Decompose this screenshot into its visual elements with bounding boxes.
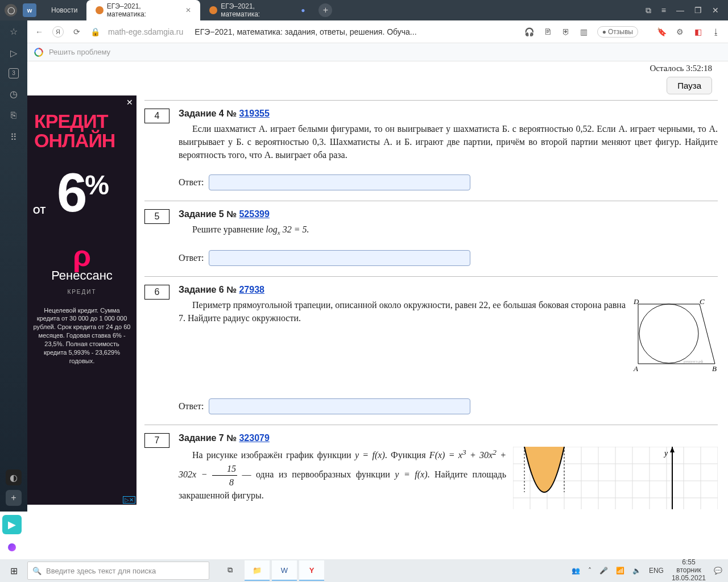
services-icon[interactable]: ⎘ <box>7 109 20 122</box>
task-text: Если шахматист А. играет белыми фигурами… <box>179 122 718 162</box>
profile-icon[interactable]: ◯ <box>5 4 17 16</box>
yandex-browser-icon[interactable]: Y <box>299 560 324 581</box>
task-text: Периметр прямоугольной трапеции, описанн… <box>179 298 627 325</box>
reviews-button[interactable]: ●Отзывы <box>597 26 638 38</box>
task-id-link[interactable]: 323079 <box>239 433 269 443</box>
answer-label: Ответ: <box>179 401 204 411</box>
notifications-icon[interactable]: 💬 <box>714 567 722 575</box>
mic-icon[interactable]: 🎤 <box>599 567 608 575</box>
start-button[interactable]: ⊞ <box>0 566 27 576</box>
close-icon[interactable]: ✕ <box>185 6 191 14</box>
close-icon[interactable]: ● <box>301 6 305 14</box>
vk-icon[interactable]: w <box>23 3 36 17</box>
lock-icon: 🔒 <box>90 27 100 36</box>
task-number: 6 <box>144 285 169 300</box>
ad-line2: ОНЛАЙН <box>34 130 115 151</box>
clock[interactable]: 6:55 вторник 18.05.2021 <box>672 559 706 582</box>
fig-label-B: B <box>712 364 717 372</box>
taskbar-search[interactable]: 🔍 Введите здесь текст для поиска <box>27 562 209 580</box>
task-heading: Задание 6 № 27938 <box>179 285 718 295</box>
people-icon[interactable]: 👥 <box>572 567 580 575</box>
close-window-icon[interactable]: ✕ <box>712 6 719 15</box>
separator <box>144 425 718 425</box>
url-text[interactable]: math-ege.sdamgia.ru <box>108 27 183 36</box>
answer-label: Ответ: <box>179 253 204 263</box>
floating-dock: ▶ <box>2 515 22 557</box>
history-icon[interactable]: ◷ <box>7 88 20 100</box>
ad-banner[interactable]: ✕ КРЕДИТОНЛАЙН ОТ6% ρРенессанс КРЕДИТ Не… <box>27 95 136 505</box>
windows-taskbar: ⊞ 🔍 Введите здесь текст для поиска ⧉ 📁 W… <box>0 559 728 582</box>
task-view-icon[interactable]: ⧉ <box>217 560 242 581</box>
search-placeholder[interactable]: Решить проблему <box>49 48 110 56</box>
collections-icon[interactable]: 3 <box>9 68 19 78</box>
task-text-pre: Решите уравнение <box>192 225 266 234</box>
ad-percent: 6 <box>57 162 85 223</box>
tab-label: ЕГЭ–2021, математика: <box>221 2 294 18</box>
menu-icon[interactable]: ≡ <box>661 6 666 15</box>
t7-t1: На рисунке изображён график функции <box>192 450 355 460</box>
music-app-icon[interactable]: ▶ <box>2 515 22 534</box>
minimize-icon[interactable]: — <box>676 6 684 15</box>
tray-up-icon[interactable]: ˄ <box>588 567 592 575</box>
media-icon[interactable]: ▷ <box>7 47 20 59</box>
reload-icon[interactable]: ⟳ <box>72 27 82 36</box>
separator <box>144 100 718 101</box>
fig-label-A: A <box>633 364 638 372</box>
search-icon: 🔍 <box>32 567 42 575</box>
task-text: На рисунке изображён график функции y = … <box>179 447 507 502</box>
task-id-link[interactable]: 525399 <box>239 209 269 219</box>
stats-icon[interactable]: ▥ <box>579 27 589 36</box>
wifi-icon[interactable]: 📶 <box>616 567 624 575</box>
tab-label: Новости <box>51 6 77 14</box>
t7-t1b: . Функция <box>385 450 429 460</box>
favorites-icon[interactable]: ☆ <box>7 25 20 38</box>
task-heading: Задание 7 № 323079 <box>179 433 718 443</box>
panel-icon[interactable]: ⧉ <box>646 6 651 15</box>
add-icon[interactable]: + <box>6 490 22 506</box>
ad-close-icon[interactable]: ✕ <box>126 98 133 107</box>
translate-icon[interactable]: 🖹 <box>543 27 553 36</box>
explorer-icon[interactable]: 📁 <box>245 560 270 581</box>
answer-input[interactable] <box>209 174 470 190</box>
adchoices-icon[interactable]: ▷✕ <box>123 496 135 504</box>
task-number: 4 <box>144 109 169 123</box>
tab-news[interactable]: Новости <box>42 0 86 20</box>
google-icon <box>34 48 43 57</box>
volume-icon[interactable]: 🔈 <box>632 567 641 575</box>
task-id-link[interactable]: 27938 <box>239 285 264 294</box>
task-5: 5 Задание 5 № 525399 Решите уравнение lo… <box>144 209 718 266</box>
task-4: 4 Задание 4 № 319355 Если шахматист А. и… <box>144 109 718 190</box>
answer-input[interactable] <box>209 398 470 414</box>
ad-brand: Ренессанс <box>51 268 113 282</box>
weekday-text: вторник <box>672 567 706 575</box>
separator <box>144 276 718 277</box>
shield-icon[interactable]: ⛨ <box>561 27 571 36</box>
word-icon[interactable]: W <box>272 560 297 581</box>
task-title-text: Задание 5 № <box>179 209 239 219</box>
answer-input[interactable] <box>209 250 470 266</box>
task-id-link[interactable]: 319355 <box>239 109 269 118</box>
extension-icon[interactable]: ⚙ <box>675 27 685 36</box>
tab-active[interactable]: ЕГЭ–2021, математика: ✕ <box>86 0 200 20</box>
yandex-icon[interactable]: Я <box>52 26 64 38</box>
separator <box>144 201 718 201</box>
maximize-icon[interactable]: ❐ <box>694 6 702 15</box>
task-math: logx 32 = 5. <box>266 225 309 234</box>
pin-app-icon[interactable]: ◐ <box>6 469 22 485</box>
pause-button[interactable]: Пауза <box>667 77 712 94</box>
bookmark-icon[interactable]: 🔖 <box>656 27 667 36</box>
new-tab-button[interactable]: + <box>318 3 332 17</box>
download-icon[interactable]: ⭳ <box>711 27 721 36</box>
task-title-text: Задание 4 № <box>179 109 239 118</box>
task-title-text: Задание 6 № <box>179 285 239 294</box>
svg-marker-1 <box>638 304 715 364</box>
apps-icon[interactable]: ⠿ <box>7 131 20 143</box>
task-heading: Задание 4 № 319355 <box>179 109 718 119</box>
headphones-icon[interactable]: 🎧 <box>524 27 535 36</box>
pdf-icon[interactable]: ◧ <box>693 27 703 36</box>
back-icon[interactable]: ← <box>34 27 44 36</box>
tab-inactive[interactable]: ЕГЭ–2021, математика: ● <box>200 0 314 20</box>
alice-icon[interactable] <box>2 538 22 557</box>
browser-tab-strip: ◯ w Новости ЕГЭ–2021, математика: ✕ ЕГЭ–… <box>0 0 728 20</box>
language-indicator[interactable]: ENG <box>649 567 664 575</box>
